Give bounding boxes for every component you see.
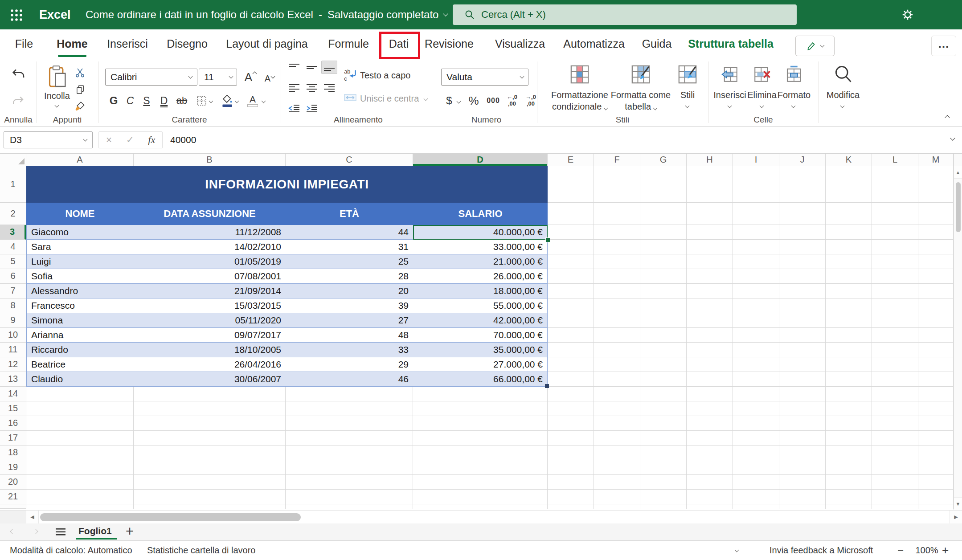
grid-cell[interactable]	[640, 416, 687, 431]
confirm-icon[interactable]: ✓	[126, 135, 134, 145]
row-header-20[interactable]: 20	[0, 475, 26, 490]
row-header-9[interactable]: 9	[0, 313, 26, 328]
grid-cell[interactable]	[733, 203, 779, 225]
grid-cell[interactable]	[413, 490, 548, 504]
row-header-7[interactable]: 7	[0, 284, 26, 298]
grid-cell[interactable]	[594, 328, 640, 343]
grid-cell[interactable]	[826, 490, 872, 504]
grid-cell[interactable]	[826, 298, 872, 313]
grid-cell[interactable]	[918, 240, 954, 254]
scroll-down-arrow[interactable]: ▼	[954, 497, 962, 510]
decrease-font-size-button[interactable]: A	[261, 72, 278, 85]
grid-cell[interactable]	[413, 416, 548, 431]
row-header-18[interactable]: 18	[0, 446, 26, 460]
grid-cell[interactable]	[687, 298, 733, 313]
table-cell[interactable]: 31	[286, 240, 413, 254]
table-cell[interactable]: Giacomo	[26, 225, 134, 240]
grid-cell[interactable]	[733, 460, 779, 475]
table-header-cell[interactable]: ETÀ	[286, 203, 413, 225]
table-cell[interactable]: 70.000,00 €	[413, 328, 548, 343]
column-header-M[interactable]: M	[918, 154, 954, 166]
copy-button[interactable]	[74, 83, 86, 95]
grid-cell[interactable]	[733, 269, 779, 284]
grid-cell[interactable]	[872, 254, 918, 269]
column-header-G[interactable]: G	[640, 154, 687, 166]
chevron-down-icon[interactable]	[55, 103, 59, 108]
grid-cell[interactable]	[594, 225, 640, 240]
grid-cell[interactable]	[687, 490, 733, 504]
table-cell[interactable]: 25	[286, 254, 413, 269]
grid-cell[interactable]	[826, 313, 872, 328]
grid-cell[interactable]	[594, 298, 640, 313]
number-format-combobox[interactable]: Valuta	[441, 69, 528, 86]
grid-cell[interactable]	[779, 504, 826, 509]
horizontal-scroll-thumb[interactable]	[40, 513, 301, 521]
grid-cell[interactable]	[134, 475, 286, 490]
grid-cell[interactable]	[826, 269, 872, 284]
table-resize-handle[interactable]	[545, 384, 549, 388]
grid-cell[interactable]	[779, 372, 826, 387]
grid-cell[interactable]	[413, 387, 548, 401]
table-cell[interactable]: 21/09/2014	[134, 284, 286, 298]
tab-formule[interactable]: Formule	[328, 29, 369, 58]
grid-cell[interactable]	[286, 416, 413, 431]
save-status[interactable]: Salvataggio completato	[327, 8, 439, 21]
grid-cell[interactable]	[872, 313, 918, 328]
grid-cell[interactable]	[640, 225, 687, 240]
grid-cell[interactable]	[733, 225, 779, 240]
tab-dati[interactable]: Dati	[389, 29, 409, 58]
chevron-down-icon[interactable]	[209, 99, 213, 103]
grid-cell[interactable]	[918, 166, 954, 203]
grid-cell[interactable]	[134, 387, 286, 401]
grid-cell[interactable]	[594, 284, 640, 298]
grid-cell[interactable]	[918, 225, 954, 240]
merge-center-button[interactable]	[343, 92, 357, 103]
grid-cell[interactable]	[594, 475, 640, 490]
table-cell[interactable]: 39	[286, 298, 413, 313]
row-header-11[interactable]: 11	[0, 343, 26, 357]
app-launcher-waffle-icon[interactable]	[10, 8, 23, 22]
grid-cell[interactable]	[733, 372, 779, 387]
vertical-scroll-thumb[interactable]	[956, 182, 961, 232]
table-cell[interactable]: 11/12/2008	[134, 225, 286, 240]
grid-cell[interactable]	[548, 284, 594, 298]
grid-cell[interactable]	[594, 504, 640, 509]
select-all-corner[interactable]	[0, 154, 26, 166]
table-cell[interactable]: 18/10/2005	[134, 343, 286, 357]
table-cell[interactable]: 66.000,00 €	[413, 372, 548, 387]
grid-cell[interactable]	[779, 203, 826, 225]
wrap-text-button[interactable]: ab c	[343, 68, 357, 82]
grid-cell[interactable]	[826, 284, 872, 298]
fill-handle[interactable]	[545, 237, 550, 242]
grid-cell[interactable]	[640, 298, 687, 313]
grid-cell[interactable]	[640, 460, 687, 475]
grid-cell[interactable]	[733, 343, 779, 357]
table-cell[interactable]: 21.000,00 €	[413, 254, 548, 269]
table-cell[interactable]: 55.000,00 €	[413, 298, 548, 313]
grid-cell[interactable]	[918, 343, 954, 357]
column-header-H[interactable]: H	[687, 154, 733, 166]
zoom-in-button[interactable]: +	[942, 541, 949, 560]
table-cell[interactable]: 44	[286, 225, 413, 240]
grid-cell[interactable]	[872, 203, 918, 225]
row-header-12[interactable]: 12	[0, 357, 26, 372]
chevron-down-icon[interactable]	[262, 99, 266, 103]
row-header-14[interactable]: 14	[0, 387, 26, 401]
grid-cell[interactable]	[687, 460, 733, 475]
wrap-text-label[interactable]: Testo a capo	[360, 70, 422, 81]
grid-cell[interactable]	[548, 240, 594, 254]
grid-cell[interactable]	[640, 490, 687, 504]
table-cell[interactable]: Alessandro	[26, 284, 134, 298]
merge-center-label[interactable]: Unisci e centra	[360, 94, 426, 104]
grid-cell[interactable]	[918, 357, 954, 372]
strikethrough-button[interactable]: ab	[174, 94, 190, 108]
chevron-down-icon[interactable]	[457, 99, 461, 104]
scroll-up-arrow[interactable]: ▲	[954, 166, 962, 179]
currency-format-button[interactable]: $	[444, 94, 454, 108]
grid-cell[interactable]	[687, 203, 733, 225]
tab-file[interactable]: File	[15, 29, 33, 58]
grid-cell[interactable]	[918, 446, 954, 460]
grid-cell[interactable]	[687, 328, 733, 343]
grid-cell[interactable]	[286, 387, 413, 401]
grid-cell[interactable]	[826, 328, 872, 343]
